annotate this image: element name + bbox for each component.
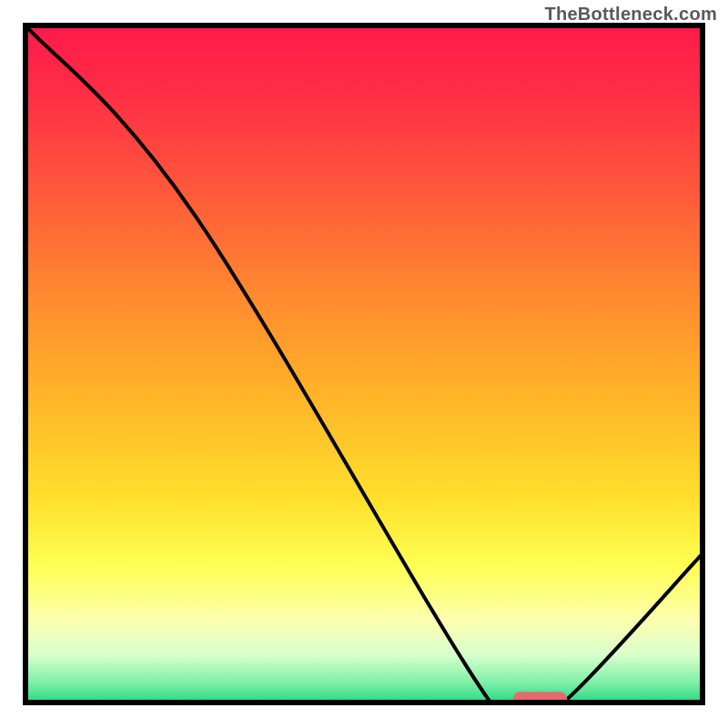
chart-stage: TheBottleneck.com <box>0 0 728 728</box>
bottleneck-chart <box>0 0 728 728</box>
watermark-text: TheBottleneck.com <box>544 4 717 25</box>
